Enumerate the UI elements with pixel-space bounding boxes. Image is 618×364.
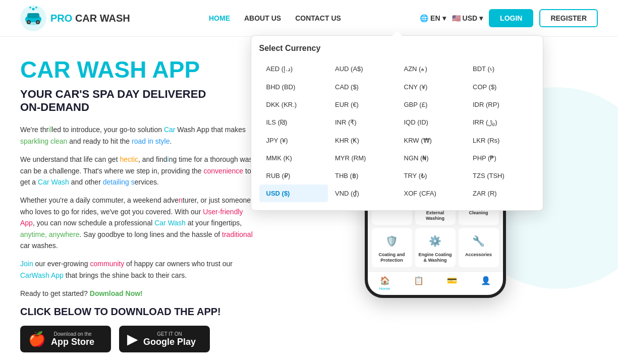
chevron-down-icon: ▾ bbox=[442, 14, 446, 22]
svg-point-9 bbox=[35, 7, 37, 9]
service-item[interactable]: ⚙️ Engine Coating & Washing bbox=[415, 228, 456, 267]
nav-right: 🌐 EN ▾ 🇺🇸 USD ▾ LOGIN REGISTER bbox=[420, 9, 598, 27]
svg-point-10 bbox=[29, 7, 31, 9]
currency-item[interactable]: EUR (€) bbox=[328, 96, 397, 113]
currency-item[interactable]: KRW (₩) bbox=[397, 132, 466, 149]
currency-item[interactable]: LKR (Rs) bbox=[466, 132, 535, 149]
currency-item[interactable]: JPY (¥) bbox=[259, 132, 328, 149]
svg-point-7 bbox=[37, 21, 39, 23]
currency-item[interactable]: CAD ($) bbox=[328, 78, 397, 96]
currency-item[interactable]: PHP (₱) bbox=[466, 149, 535, 167]
app-store-top-text: Download on the bbox=[51, 331, 94, 337]
svg-point-8 bbox=[32, 8, 35, 11]
google-play-button[interactable]: ▶ GET IT ON Google Play bbox=[119, 326, 210, 352]
currency-item[interactable]: AUD (A$) bbox=[328, 60, 397, 78]
currency-item[interactable]: TZS (TSH) bbox=[466, 167, 535, 185]
curr-label: USD bbox=[463, 14, 478, 22]
currency-item[interactable]: THB (฿) bbox=[328, 167, 397, 185]
nav-contact[interactable]: CONTACT US bbox=[295, 14, 341, 22]
app-store-text: Download on the App Store bbox=[51, 331, 94, 347]
currency-item[interactable]: TRY (₺) bbox=[397, 167, 466, 185]
currency-item[interactable]: XOF (CFA) bbox=[397, 185, 466, 202]
nav-about[interactable]: ABOUT US bbox=[244, 14, 281, 22]
profile-icon: 👤 bbox=[481, 276, 491, 285]
service-label: Accessories bbox=[465, 252, 492, 258]
home-icon: 🏠 bbox=[380, 276, 390, 285]
cta-download: Ready to get started? Download Now! bbox=[20, 288, 257, 299]
currency-item[interactable]: MMK (K) bbox=[259, 149, 328, 167]
hero-para2: We understand that life can get hectic, … bbox=[20, 154, 257, 188]
currency-item[interactable]: CNY (¥) bbox=[397, 78, 466, 96]
navbar: PRO CAR WASH HOME ABOUT US CONTACT US 🌐 … bbox=[0, 0, 618, 37]
hero-para3: Whether you're a daily commuter, a weeke… bbox=[20, 195, 257, 251]
google-play-text: GET IT ON Google Play bbox=[143, 331, 196, 347]
currency-item[interactable]: GBP (£) bbox=[397, 96, 466, 113]
google-play-main-text: Google Play bbox=[143, 337, 196, 347]
svg-rect-3 bbox=[27, 13, 39, 18]
register-button[interactable]: REGISTER bbox=[539, 9, 598, 27]
chevron-down-icon: ▾ bbox=[479, 14, 483, 22]
service-icon: ⚙️ bbox=[426, 232, 444, 250]
logo-rest: CAR WASH bbox=[72, 13, 130, 24]
service-icon: 🔧 bbox=[470, 232, 488, 250]
nav-home[interactable]: HOME bbox=[209, 14, 230, 22]
download-heading: CLICK BELOW TO DOWNLOAD THE APP! bbox=[20, 306, 257, 318]
service-item[interactable]: 🔧 Accessories bbox=[459, 228, 499, 267]
currency-item[interactable]: VND (₫) bbox=[328, 185, 397, 202]
store-buttons: 🍎 Download on the App Store ▶ GET IT ON … bbox=[20, 326, 257, 352]
currency-grid: AED (د.إ)AUD (A$)AZN (₼)BDT (৳)BHD (BD)C… bbox=[259, 60, 535, 202]
bottom-orders[interactable]: 📋 bbox=[414, 276, 424, 291]
currency-item[interactable]: BHD (BD) bbox=[259, 78, 328, 96]
app-store-main-text: App Store bbox=[51, 337, 94, 347]
currency-item[interactable]: MYR (RM) bbox=[328, 149, 397, 167]
hero-left: CAR WASH APP YOUR CAR'S SPA DAY DELIVERE… bbox=[20, 57, 272, 352]
currency-dropdown: Select Currency AED (د.إ)AUD (A$)AZN (₼)… bbox=[251, 35, 543, 211]
hero-para1: We're thrilled to introduce, your go-to … bbox=[20, 124, 257, 147]
currency-item[interactable]: ZAR (R) bbox=[466, 185, 535, 202]
login-button[interactable]: LOGIN bbox=[489, 9, 533, 27]
service-icon: 🛡️ bbox=[383, 232, 401, 250]
service-item[interactable]: 🛡️ Coating and Protection bbox=[372, 228, 412, 267]
service-label: Engine Coating & Washing bbox=[417, 252, 454, 263]
currency-item[interactable]: COP ($) bbox=[466, 78, 535, 96]
currency-item[interactable]: INR (₹) bbox=[328, 113, 397, 132]
google-play-icon: ▶ bbox=[127, 331, 138, 347]
logo-pro: PRO bbox=[50, 13, 72, 24]
wallet-icon: 💳 bbox=[447, 276, 457, 285]
currency-item[interactable]: IRR (﷼) bbox=[466, 113, 535, 132]
logo: PRO CAR WASH bbox=[20, 5, 130, 31]
currency-dropdown-title: Select Currency bbox=[259, 44, 535, 53]
language-selector[interactable]: 🌐 EN ▾ bbox=[420, 14, 445, 22]
bottom-home[interactable]: 🏠 Home bbox=[379, 276, 390, 291]
home-label: Home bbox=[379, 286, 390, 291]
orders-icon: 📋 bbox=[414, 276, 424, 285]
currency-item[interactable]: ILS (₪) bbox=[259, 113, 328, 132]
download-now-link[interactable]: Download Now! bbox=[90, 289, 143, 297]
dropdown-arrow bbox=[392, 31, 402, 36]
phone-bottom-bar: 🏠 Home 📋 💳 👤 bbox=[368, 271, 503, 295]
currency-item[interactable]: BDT (৳) bbox=[466, 60, 535, 78]
globe-icon: 🌐 bbox=[420, 14, 428, 22]
currency-item[interactable]: NGN (₦) bbox=[397, 149, 466, 167]
currency-selector[interactable]: 🇺🇸 USD ▾ bbox=[452, 14, 483, 22]
google-play-top-text: GET IT ON bbox=[143, 331, 196, 337]
apple-icon: 🍎 bbox=[28, 331, 46, 347]
bottom-wallet[interactable]: 💳 bbox=[447, 276, 457, 291]
currency-item[interactable]: AZN (₼) bbox=[397, 60, 466, 78]
hero-para4: Join our ever-growing community of happy… bbox=[20, 258, 257, 281]
currency-item[interactable]: DKK (KR.) bbox=[259, 96, 328, 113]
app-store-button[interactable]: 🍎 Download on the App Store bbox=[20, 326, 111, 352]
currency-item[interactable]: RUB (₽) bbox=[259, 167, 328, 185]
currency-item[interactable]: IDR (RP) bbox=[466, 96, 535, 113]
logo-text: PRO CAR WASH bbox=[50, 13, 130, 24]
hero-subtitle: YOUR CAR'S SPA DAY DELIVEREDON-DEMAND bbox=[20, 88, 257, 114]
bottom-profile[interactable]: 👤 bbox=[481, 276, 491, 291]
nav-links: HOME ABOUT US CONTACT US bbox=[209, 14, 341, 22]
currency-item[interactable]: KHR (₭) bbox=[328, 132, 397, 149]
currency-item[interactable]: USD ($) bbox=[259, 185, 328, 202]
flag-icon: 🇺🇸 bbox=[452, 14, 461, 22]
currency-item[interactable]: AED (د.إ) bbox=[259, 60, 328, 78]
lang-label: EN bbox=[430, 14, 440, 22]
currency-item[interactable]: IQD (ID) bbox=[397, 113, 466, 132]
logo-icon bbox=[20, 5, 46, 31]
